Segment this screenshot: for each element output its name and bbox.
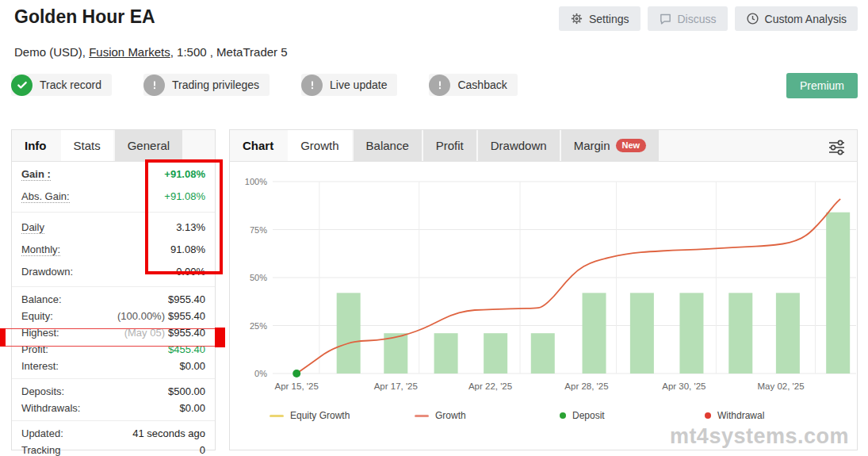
table-row: Interest:$0.00 xyxy=(12,358,215,374)
status-badge-row: Track recordTrading privilegesLive updat… xyxy=(11,74,518,96)
annotation-red-cap-right xyxy=(215,328,225,347)
growth-bar xyxy=(728,293,752,374)
page-title: Golden Hour EA xyxy=(14,6,155,28)
chart-svg: 0%25%50%75%100%Apr 15, '25Apr 17, '25Apr… xyxy=(230,162,857,401)
growth-bar xyxy=(630,293,654,374)
tab-label: Margin xyxy=(574,139,610,152)
chart-tab-balance[interactable]: Balance xyxy=(354,130,422,161)
row-label: Equity: xyxy=(21,310,53,322)
table-row: Daily3.13% xyxy=(12,217,215,239)
growth-bar xyxy=(826,213,850,374)
row-label: Abs. Gain: xyxy=(21,190,70,203)
tab-label: Chart xyxy=(243,139,273,152)
row-label: Drawdown: xyxy=(21,266,73,278)
row-label: Updated: xyxy=(21,427,63,439)
clock-icon xyxy=(746,12,759,25)
account-type: Demo (USD), xyxy=(14,45,89,59)
watermark: mt4systems.com xyxy=(670,424,849,449)
exclamation-icon xyxy=(301,75,323,96)
growth-chart[interactable]: 0%25%50%75%100%Apr 15, '25Apr 17, '25Apr… xyxy=(230,162,857,401)
badge-trading-privileges: Trading privileges xyxy=(143,74,270,96)
button-label: Settings xyxy=(589,13,629,25)
y-axis-tick: 25% xyxy=(250,321,267,331)
exclamation-icon xyxy=(143,75,165,96)
new-badge: New xyxy=(616,139,647,152)
info-tab-info[interactable]: Info xyxy=(12,130,59,161)
row-label: Interest: xyxy=(21,360,59,372)
legend-item-equity-growth: Equity Growth xyxy=(270,410,415,421)
settings-button[interactable]: Settings xyxy=(559,6,640,31)
info-tab-stats[interactable]: Stats xyxy=(61,130,113,161)
custom-analysis-button[interactable]: Custom Analysis xyxy=(735,6,858,31)
chart-tab-drawdown[interactable]: Drawdown xyxy=(478,130,560,161)
legend-item-withdrawal: Withdrawal xyxy=(705,410,850,421)
account-meta: , 1:500 , MetaTrader 5 xyxy=(170,45,288,59)
row-value-prefix: (100.00%) xyxy=(117,310,165,322)
growth-bar xyxy=(776,293,800,374)
badge-track-record: Track record xyxy=(11,74,112,96)
growth-line xyxy=(296,199,840,374)
table-row: Equity:(100.00%)$955.40 xyxy=(12,308,215,324)
row-label: Daily xyxy=(21,221,44,234)
row-value: 41 seconds ago xyxy=(132,427,205,439)
legend-label: Equity Growth xyxy=(290,410,350,421)
tab-label: Growth xyxy=(300,139,338,152)
info-tabstrip: InfoStatsGeneral xyxy=(12,130,215,162)
table-row: Profit:$455.40 xyxy=(12,341,215,358)
chart-tab-profit[interactable]: Profit xyxy=(423,130,476,161)
row-value: $0.00 xyxy=(179,402,205,414)
row-value: (100.00%)$955.40 xyxy=(117,310,205,322)
row-value: (May 05)$955.40 xyxy=(124,327,205,339)
badge-label: Cashback xyxy=(457,79,507,91)
filter-sliders-icon[interactable] xyxy=(824,136,849,162)
row-value: 3.13% xyxy=(176,221,205,233)
info-group: Deposits:$500.00Withdrawals:$0.00 xyxy=(12,378,215,418)
row-value: $500.00 xyxy=(168,385,205,397)
tab-label: Stats xyxy=(74,139,101,152)
annotation-red-cap-left xyxy=(0,328,6,347)
discuss-button[interactable]: Discuss xyxy=(648,6,728,31)
row-value: $455.40 xyxy=(168,343,205,355)
badge-cashback: Cashback xyxy=(429,74,517,96)
growth-bar xyxy=(434,333,458,374)
row-label: Highest: xyxy=(21,327,59,339)
table-row: Gain :+91.08% xyxy=(12,163,215,186)
chart-tabstrip: ChartGrowthBalanceProfitDrawdownMarginNe… xyxy=(230,130,857,162)
legend-item-growth: Growth xyxy=(415,410,560,421)
y-axis-tick: 50% xyxy=(250,273,267,282)
premium-button[interactable]: Premium xyxy=(786,73,858,98)
table-row: Highest:(May 05)$955.40 xyxy=(12,324,215,341)
badge-label: Track record xyxy=(40,79,101,91)
withdrawal-swatch xyxy=(705,412,711,419)
discuss-icon xyxy=(659,12,672,25)
growth-bar xyxy=(679,293,703,374)
growth-bar xyxy=(337,293,361,374)
chart-tab-growth[interactable]: Growth xyxy=(288,130,351,161)
row-value: $955.40 xyxy=(168,293,205,305)
row-label: Deposits: xyxy=(21,385,64,397)
chart-tab-margin[interactable]: MarginNew xyxy=(561,130,659,161)
legend-label: Deposit xyxy=(572,410,605,421)
row-value: 0 xyxy=(200,444,205,456)
tab-label: Info xyxy=(25,139,47,152)
check-icon xyxy=(11,75,33,96)
growth-bar xyxy=(484,333,507,374)
row-value: 91.08% xyxy=(170,243,205,255)
header-actions: SettingsDiscussCustom Analysis xyxy=(559,6,858,31)
row-value: $0.00 xyxy=(179,360,205,372)
legend-label: Growth xyxy=(435,410,466,421)
chart-tab-chart[interactable]: Chart xyxy=(230,130,286,161)
row-value: 0.00% xyxy=(176,266,205,278)
legend-label: Withdrawal xyxy=(717,410,764,421)
growth-bar xyxy=(531,333,555,374)
info-tab-general[interactable]: General xyxy=(115,130,182,161)
tab-label: General xyxy=(128,139,170,152)
row-value: +91.08% xyxy=(164,168,205,180)
x-axis-tick: Apr 22, '25 xyxy=(468,381,512,391)
info-group: Daily3.13%Monthly:91.08%Drawdown:0.00% xyxy=(12,212,215,284)
x-axis-tick: Apr 28, '25 xyxy=(564,381,608,391)
table-row: Withdrawals:$0.00 xyxy=(12,400,215,416)
row-label: Tracking xyxy=(21,444,60,456)
tab-label: Drawdown xyxy=(491,139,547,152)
broker-link[interactable]: Fusion Markets xyxy=(89,45,170,59)
